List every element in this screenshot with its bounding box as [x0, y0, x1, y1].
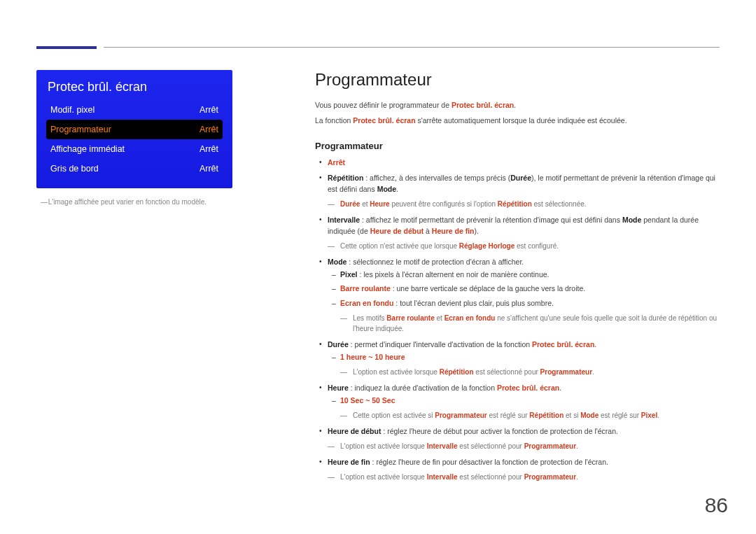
osd-row-label: Modif. pixel — [50, 105, 94, 115]
osd-row-label: Gris de bord — [50, 164, 99, 174]
option-list: Arrêt Répétition : affichez, à des inter… — [315, 157, 720, 483]
osd-row-label: Affichage immédiat — [50, 144, 125, 154]
note-heure-fin: L'option est activée lorsque Intervalle … — [328, 472, 720, 483]
dash-barre-roulante: Barre roulante : une barre verticale se … — [328, 283, 720, 294]
li-heure: Heure : indiquez la durée d'activation d… — [315, 382, 720, 407]
dash-pixel: Pixel : les pixels à l'écran alternent e… — [328, 269, 720, 280]
duree-sublist: 1 heure ~ 10 heure — [328, 351, 720, 363]
heure-sublist: 10 Sec ~ 50 Sec — [328, 395, 720, 406]
note-repetition: Durée et Heure peuvent être configurés s… — [328, 199, 720, 210]
page-number: 86 — [705, 493, 728, 517]
li-heure-fin: Heure de fin : réglez l'heure de fin pou… — [315, 456, 720, 468]
note-duree: L'option est activée lorsque Répétition … — [340, 367, 720, 378]
osd-row-value: Arrêt — [200, 105, 218, 115]
osd-row-value: Arrêt — [200, 164, 218, 174]
osd-row-label: Programmateur — [50, 125, 111, 134]
note-mode: Les motifs Barre roulante et Ecran en fo… — [340, 313, 720, 335]
main-content: Programmateur Vous pouvez définir le pro… — [315, 70, 720, 487]
sub-heading: Programmateur — [315, 141, 720, 151]
header-bar-accent — [36, 46, 97, 49]
li-mode: Mode : sélectionnez le motif de protecti… — [315, 256, 720, 309]
note-intervalle: Cette option n'est activée que lorsque R… — [328, 241, 720, 252]
osd-footnote: L'image affichée peut varier en fonction… — [36, 198, 267, 206]
osd-row-value: Arrêt — [200, 144, 218, 154]
sidebar: Protec brûl. écran Modif. pixel Arrêt Pr… — [36, 70, 267, 206]
dash-heure-range: 10 Sec ~ 50 Sec — [328, 395, 720, 406]
osd-row-gris-de-bord[interactable]: Gris de bord Arrêt — [46, 159, 223, 178]
osd-title: Protec brûl. écran — [46, 78, 223, 99]
li-heure-debut: Heure de début : réglez l'heure de début… — [315, 426, 720, 437]
header-bar-rule — [104, 47, 720, 48]
intro-line-1: Vous pouvez définir le programmateur de … — [315, 99, 720, 111]
li-repetition: Répétition : affichez, à des intervalles… — [315, 172, 720, 195]
osd-row-value: Arrêt — [200, 125, 218, 134]
li-intervalle: Intervalle : affichez le motif permettan… — [315, 214, 720, 237]
li-arret: Arrêt — [315, 157, 720, 168]
osd-row-modif-pixel[interactable]: Modif. pixel Arrêt — [46, 100, 223, 120]
note-heure: Cette option est activée si Programmateu… — [340, 410, 720, 421]
dash-ecran-fondu: Ecran en fondu : tout l'écran devient pl… — [328, 297, 720, 309]
osd-row-affichage-immediat[interactable]: Affichage immédiat Arrêt — [46, 139, 223, 159]
li-duree: Durée : permet d'indiquer l'intervalle d… — [315, 339, 720, 363]
osd-panel: Protec brûl. écran Modif. pixel Arrêt Pr… — [36, 70, 232, 188]
osd-row-programmateur[interactable]: Programmateur Arrêt — [46, 120, 223, 139]
note-heure-debut: L'option est activée lorsque Intervalle … — [328, 441, 720, 452]
page-title: Programmateur — [315, 70, 720, 90]
dash-duree-range: 1 heure ~ 10 heure — [328, 351, 720, 363]
mode-sublist: Pixel : les pixels à l'écran alternent e… — [328, 269, 720, 309]
intro-line-2: La fonction Protec brûl. écran s'arrête … — [315, 115, 720, 126]
